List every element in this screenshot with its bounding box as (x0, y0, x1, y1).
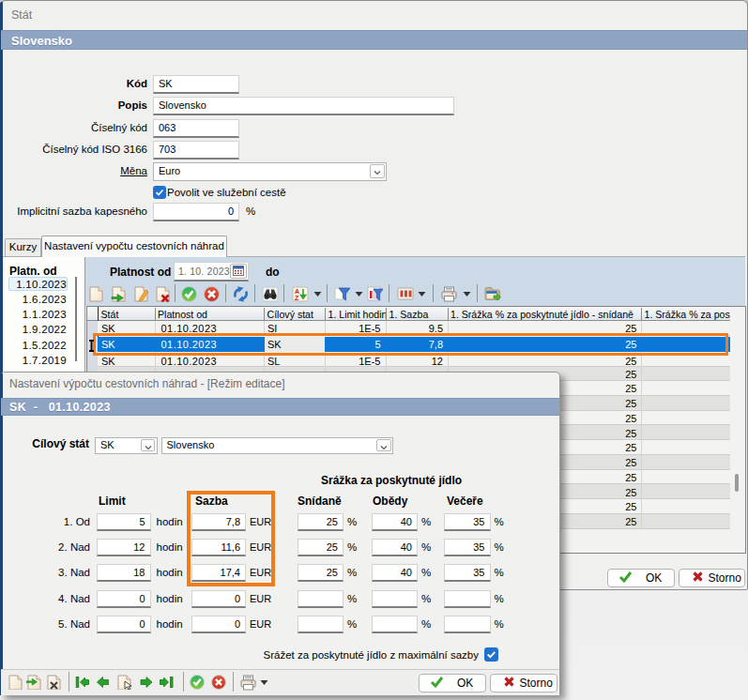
svg-text:A: A (295, 288, 299, 295)
svg-text:Z: Z (295, 295, 299, 301)
